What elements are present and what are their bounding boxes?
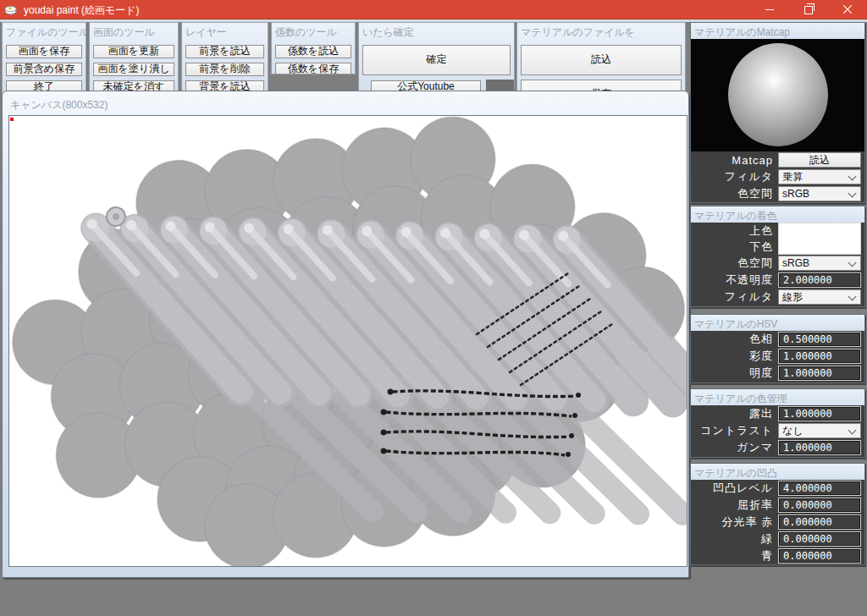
save-with-foreground-button[interactable]: 前景含め保存 — [6, 63, 82, 76]
coloring-colorspace-select[interactable]: sRGB — [778, 256, 861, 271]
matcap-colorspace-label: 色空間 — [691, 186, 778, 201]
panel-caption: マテリアルのMatcap — [691, 23, 864, 39]
matcap-colorspace-select[interactable]: sRGB — [778, 186, 861, 201]
group-screen-tools: 画面のツール 画面を更新 画面を塗り潰し 未確定を消す — [89, 22, 179, 95]
group-caption: マテリアルのファイルを — [517, 23, 685, 41]
coloring-filter-select[interactable]: 線形 — [778, 289, 861, 305]
gradient-color-swatch[interactable] — [778, 223, 861, 255]
bump-level-input[interactable]: 4.000000 — [778, 481, 861, 496]
saturation-input[interactable]: 1.000000 — [778, 349, 861, 364]
group-caption: レイヤー — [182, 23, 268, 41]
panel-material-hsv: マテリアルのHSV 色相 0.500000 彩度 1.000000 明度 1.0… — [690, 314, 865, 383]
group-layer: レイヤー 前景を読込 前景を削除 背景を読込 — [181, 22, 268, 95]
chevron-down-icon — [848, 259, 857, 267]
matcap-filter-label: フィルタ — [691, 169, 778, 184]
titlebar[interactable]: youdai paint (絵画モード) — [0, 0, 867, 19]
opacity-label: 不透明度 — [691, 272, 778, 288]
spectral-blue-label: 青 — [691, 548, 778, 564]
matcap-filter-value: 乗算 — [782, 171, 803, 183]
panel-caption: マテリアルの凹凸 — [691, 464, 864, 480]
matcap-filter-select[interactable]: 乗算 — [778, 169, 861, 184]
canvas-origin-dot — [10, 118, 14, 121]
panel-material-coloring: マテリアルの着色 上色 下色 色空間 sRGB 不透明度 2.000000 フィ… — [690, 206, 865, 307]
delete-foreground-button[interactable]: 前景を削除 — [185, 63, 264, 76]
hue-input[interactable]: 0.500000 — [778, 332, 861, 347]
restore-icon — [804, 6, 813, 14]
painting[interactable] — [9, 116, 687, 566]
canvas-window: キャンバス(800x532) — [2, 91, 689, 578]
chevron-down-icon — [848, 190, 857, 198]
panel-caption: マテリアルの着色 — [691, 206, 864, 223]
value-label: 明度 — [691, 366, 778, 381]
panel-color-management: マテリアルの色管理 露出 1.000000 コントラスト なし ガンマ 1.00… — [690, 388, 865, 458]
gamma-input[interactable]: 1.000000 — [778, 440, 861, 455]
bottom-color-label: 下色 — [691, 239, 778, 255]
panel-material-matcap: マテリアルのMatcap Matcap 読込 フィルタ 乗算 色空間 sRGB — [690, 22, 865, 203]
refraction-input[interactable]: 0.000000 — [778, 498, 861, 513]
contrast-select[interactable]: なし — [778, 423, 861, 438]
close-icon — [843, 5, 852, 14]
matcap-label: Matcap — [691, 154, 778, 167]
gamma-label: ガンマ — [691, 440, 778, 455]
group-caption: 画面のツール — [90, 23, 178, 41]
coloring-filter-value: 線形 — [782, 291, 803, 303]
close-button[interactable] — [828, 0, 867, 19]
window-title: youdai paint (絵画モード) — [24, 3, 140, 18]
group-file-tools: ファイルのツール 画面を保存 前景含め保存 終了 — [2, 22, 86, 95]
coloring-colorspace-value: sRGB — [782, 257, 809, 269]
restore-button[interactable] — [789, 0, 828, 19]
canvas-area[interactable] — [9, 116, 687, 566]
refresh-screen-button[interactable]: 画面を更新 — [93, 45, 174, 58]
chevron-down-icon — [848, 173, 857, 181]
confirm-button[interactable]: 確定 — [362, 45, 511, 75]
minimize-icon — [765, 9, 774, 10]
chevron-down-icon — [848, 293, 857, 301]
contrast-label: コントラスト — [691, 423, 778, 438]
matcap-sphere — [728, 43, 828, 146]
hue-label: 色相 — [691, 332, 778, 347]
value-input[interactable]: 1.000000 — [778, 366, 861, 381]
group-caption: ファイルのツール — [3, 23, 86, 41]
contrast-value: なし — [782, 425, 803, 437]
group-coefficient-tools: 係数のツール 係数を読込 係数を保存 — [271, 22, 356, 74]
spectral-red-label: 分光率 赤 — [691, 514, 778, 530]
spectral-red-input[interactable]: 0.000000 — [778, 514, 861, 530]
matcap-colorspace-value: sRGB — [782, 188, 809, 200]
coloring-colorspace-label: 色空間 — [691, 256, 778, 271]
matcap-load-button[interactable]: 読込 — [778, 152, 861, 168]
panel-caption: マテリアルの色管理 — [691, 389, 864, 405]
material-load-button[interactable]: 読込 — [521, 45, 682, 75]
group-caption: いたら確定 — [359, 23, 514, 41]
group-confirm: いたら確定 確定 公式Youtube — [358, 22, 515, 95]
panel-material-bump: マテリアルの凹凸 凹凸レベル 4.000000 屈折率 0.000000 分光率… — [690, 463, 865, 565]
spectral-green-label: 緑 — [691, 531, 778, 547]
refraction-label: 屈折率 — [691, 498, 778, 513]
top-color-label: 上色 — [691, 223, 778, 239]
chevron-down-icon — [848, 426, 857, 435]
group-caption: 係数のツール — [272, 23, 355, 41]
saturation-label: 彩度 — [691, 349, 778, 364]
bump-level-label: 凹凸レベル — [691, 481, 778, 496]
save-screen-button[interactable]: 画面を保存 — [6, 45, 82, 58]
exposure-label: 露出 — [691, 406, 778, 421]
app-icon — [4, 3, 18, 16]
load-coefficients-button[interactable]: 係数を読込 — [275, 45, 351, 58]
spectral-green-input[interactable]: 0.000000 — [778, 531, 861, 547]
save-coefficients-button[interactable]: 係数を保存 — [275, 63, 351, 74]
spectral-blue-input[interactable]: 0.000000 — [778, 548, 861, 564]
fill-screen-button[interactable]: 画面を塗り潰し — [93, 63, 174, 76]
minimize-button[interactable] — [750, 0, 789, 19]
load-foreground-button[interactable]: 前景を読込 — [185, 45, 264, 58]
canvas-window-title[interactable]: キャンバス(800x532) — [10, 98, 108, 113]
exposure-input[interactable]: 1.000000 — [778, 406, 861, 421]
panel-caption: マテリアルのHSV — [691, 315, 864, 331]
opacity-input[interactable]: 2.000000 — [778, 272, 861, 288]
matcap-preview — [691, 39, 864, 151]
coloring-filter-label: フィルタ — [691, 289, 778, 305]
